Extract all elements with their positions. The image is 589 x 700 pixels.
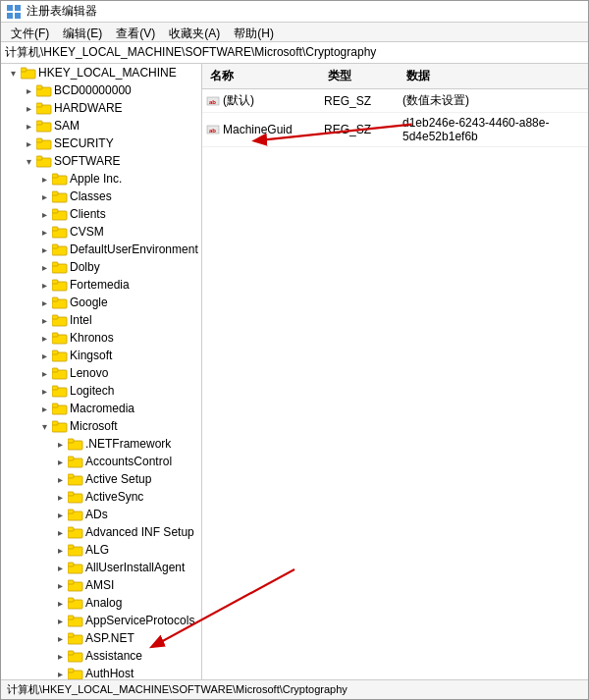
collapsed-icon[interactable]: ▸ bbox=[36, 259, 52, 275]
collapsed-icon[interactable]: ▸ bbox=[52, 595, 68, 611]
svg-rect-51 bbox=[68, 474, 74, 478]
folder-icon bbox=[52, 278, 70, 293]
col-header-type[interactable]: 类型 bbox=[320, 66, 399, 86]
collapsed-icon[interactable]: ▸ bbox=[52, 630, 68, 646]
tree-item[interactable]: ▸ AMSI bbox=[1, 576, 201, 594]
tree-item[interactable]: ▸ Assistance bbox=[1, 647, 201, 665]
folder-icon bbox=[68, 508, 85, 522]
tree-item[interactable]: ▸ Classes bbox=[1, 188, 201, 205]
col-header-data[interactable]: 数据 bbox=[399, 66, 588, 86]
folder-icon bbox=[68, 437, 85, 452]
tree-item[interactable]: ▸ Fortemedia bbox=[1, 276, 201, 294]
tree-item[interactable]: ▸ .NETFramework bbox=[1, 435, 201, 453]
tree-item[interactable]: ▸ AccountsControl bbox=[1, 453, 201, 470]
tree-item[interactable]: ▸ AuthHost bbox=[1, 665, 201, 679]
collapsed-icon[interactable]: ▸ bbox=[36, 295, 52, 310]
collapsed-icon[interactable]: ▸ bbox=[52, 613, 68, 628]
tree-item[interactable]: ▸ Dolby bbox=[1, 258, 201, 276]
menu-help[interactable]: 帮助(H) bbox=[228, 25, 280, 39]
svg-rect-35 bbox=[52, 333, 58, 337]
collapsed-icon[interactable]: ▸ bbox=[36, 312, 52, 328]
detail-row[interactable]: ab MachineGuid REG_SZ d1eb246e-6243-4460… bbox=[202, 113, 588, 147]
tree-item[interactable]: ▾ Microsoft bbox=[1, 417, 201, 435]
tree-item[interactable]: ▸ CVSM bbox=[1, 223, 201, 241]
address-label: 计算机\HKEY_LOCAL_MACHINE\SOFTWARE\Microsof… bbox=[5, 44, 376, 61]
tree-item-label: AMSI bbox=[85, 578, 114, 592]
collapsed-icon[interactable]: ▸ bbox=[52, 560, 68, 575]
collapsed-icon[interactable]: ▸ bbox=[36, 348, 52, 363]
tree-item[interactable]: ▸ Intel bbox=[1, 311, 201, 329]
expanded-icon[interactable]: ▾ bbox=[36, 418, 52, 434]
collapsed-icon[interactable]: ▸ bbox=[36, 206, 52, 222]
collapsed-icon[interactable]: ▸ bbox=[21, 135, 36, 151]
folder-icon bbox=[21, 66, 38, 81]
tree-item[interactable]: ▸ Kingsoft bbox=[1, 347, 201, 364]
expanded-icon[interactable]: ▾ bbox=[21, 153, 36, 169]
tree-item[interactable]: ▸ DefaultUserEnvironment bbox=[1, 241, 201, 258]
tree-item-label: CVSM bbox=[70, 225, 104, 239]
tree-item[interactable]: ▸ Active Setup bbox=[1, 470, 201, 488]
menu-edit[interactable]: 编辑(E) bbox=[57, 25, 108, 39]
tree-item[interactable]: ▸ Analog bbox=[1, 594, 201, 612]
tree-item[interactable]: ▸ HARDWARE bbox=[1, 99, 201, 117]
menu-view[interactable]: 查看(V) bbox=[110, 25, 161, 39]
tree-item[interactable]: ▸ Clients bbox=[1, 205, 201, 223]
collapsed-icon[interactable]: ▸ bbox=[21, 118, 36, 134]
collapsed-icon[interactable]: ▸ bbox=[52, 454, 68, 469]
collapsed-icon[interactable]: ▸ bbox=[36, 188, 52, 204]
tree-item[interactable]: ▸ SAM bbox=[1, 117, 201, 135]
tree-item[interactable]: ▸ Macromedia bbox=[1, 400, 201, 417]
tree-item[interactable]: ▸ Khronos bbox=[1, 329, 201, 347]
row2-name: MachineGuid bbox=[223, 123, 293, 136]
tree-item[interactable]: ▸ Advanced INF Setup bbox=[1, 523, 201, 541]
menu-favorites[interactable]: 收藏夹(A) bbox=[163, 25, 226, 39]
tree-item-label: Google bbox=[70, 296, 108, 309]
collapsed-icon[interactable]: ▸ bbox=[52, 436, 68, 452]
collapsed-icon[interactable]: ▸ bbox=[36, 365, 52, 381]
folder-icon bbox=[68, 490, 85, 505]
collapsed-icon[interactable]: ▸ bbox=[52, 507, 68, 522]
tree-item[interactable]: ▸ ADs bbox=[1, 506, 201, 523]
collapsed-icon[interactable]: ▸ bbox=[52, 666, 68, 679]
collapsed-icon[interactable]: ▸ bbox=[36, 330, 52, 346]
collapsed-icon[interactable]: ▸ bbox=[52, 524, 68, 540]
tree-item[interactable]: ▸ ASP.NET bbox=[1, 629, 201, 647]
tree-item[interactable]: ▸ Google bbox=[1, 294, 201, 311]
menu-file[interactable]: 文件(F) bbox=[5, 25, 55, 39]
folder-icon bbox=[68, 631, 85, 646]
collapsed-icon[interactable]: ▸ bbox=[52, 471, 68, 487]
tree-item[interactable]: ▾ SOFTWARE bbox=[1, 152, 201, 170]
collapsed-icon[interactable]: ▸ bbox=[21, 82, 36, 98]
reg-value-icon: ab bbox=[206, 123, 220, 136]
tree-item[interactable]: ▸ SECURITY bbox=[1, 135, 201, 152]
collapsed-icon[interactable]: ▸ bbox=[36, 242, 52, 257]
tree-item-label: ASP.NET bbox=[85, 631, 134, 645]
collapsed-icon[interactable]: ▸ bbox=[52, 577, 68, 593]
collapsed-icon[interactable]: ▸ bbox=[36, 277, 52, 293]
tree-item[interactable]: ▸ AllUserInstallAgent bbox=[1, 559, 201, 576]
collapsed-icon[interactable]: ▸ bbox=[21, 100, 36, 116]
collapsed-icon[interactable]: ▸ bbox=[52, 648, 68, 664]
collapsed-icon[interactable]: ▸ bbox=[52, 489, 68, 505]
col-header-name[interactable]: 名称 bbox=[202, 66, 320, 86]
tree-item[interactable]: ▸ ALG bbox=[1, 541, 201, 559]
expanded-icon[interactable]: ▾ bbox=[5, 65, 21, 81]
collapsed-icon[interactable]: ▸ bbox=[36, 383, 52, 399]
tree-item[interactable]: ▸ Logitech bbox=[1, 382, 201, 400]
collapsed-icon[interactable]: ▸ bbox=[36, 171, 52, 187]
tree-item[interactable]: ▸ Lenovo bbox=[1, 364, 201, 382]
tree-item[interactable]: ▾ HKEY_LOCAL_MACHINE bbox=[1, 64, 201, 81]
tree-item-label: AllUserInstallAgent bbox=[85, 561, 185, 574]
svg-rect-57 bbox=[68, 527, 74, 531]
tree-item[interactable]: ▸ BCD00000000 bbox=[1, 81, 201, 99]
tree-item[interactable]: ▸ AppServiceProtocols bbox=[1, 612, 201, 629]
collapsed-icon[interactable]: ▸ bbox=[36, 401, 52, 416]
collapsed-icon[interactable]: ▸ bbox=[52, 542, 68, 558]
detail-row[interactable]: ab (默认) REG_SZ (数值未设置) bbox=[202, 89, 588, 113]
tree-item[interactable]: ▸ Apple Inc. bbox=[1, 170, 201, 188]
tree-item-label: Classes bbox=[70, 189, 112, 203]
tree-item-label: AuthHost bbox=[85, 667, 134, 679]
tree-panel[interactable]: ▾ HKEY_LOCAL_MACHINE▸ BCD00000000▸ HARDW… bbox=[1, 64, 202, 679]
collapsed-icon[interactable]: ▸ bbox=[36, 224, 52, 240]
tree-item[interactable]: ▸ ActiveSync bbox=[1, 488, 201, 506]
